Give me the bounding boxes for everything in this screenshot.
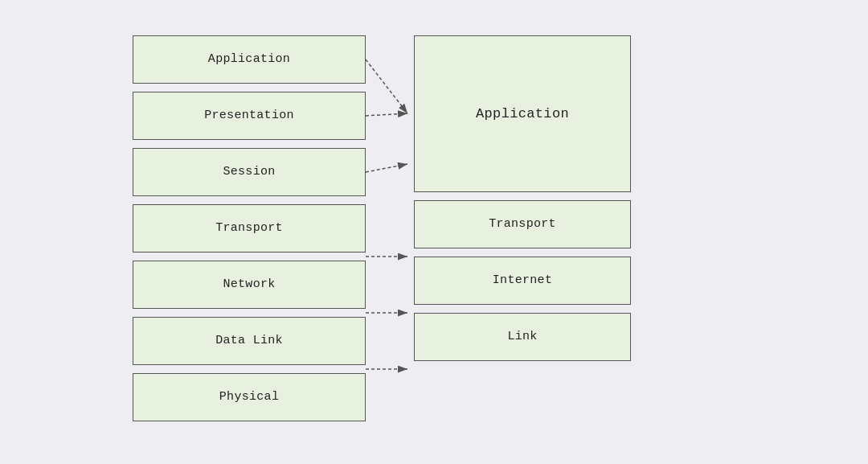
tcpip-model-column: Application Transport Internet Link bbox=[414, 35, 631, 361]
osi-session-label: Session bbox=[223, 165, 275, 179]
osi-presentation-box: Presentation bbox=[133, 92, 366, 140]
tcpip-transport-label: Transport bbox=[489, 217, 556, 231]
osi-tcpip-diagram: Application Presentation Session Transpo… bbox=[133, 35, 735, 429]
osi-physical-label: Physical bbox=[219, 390, 279, 404]
osi-physical-box: Physical bbox=[133, 373, 366, 421]
tcpip-link-label: Link bbox=[507, 330, 537, 343]
tcpip-internet-label: Internet bbox=[493, 273, 552, 287]
osi-application-box: Application bbox=[133, 35, 366, 84]
tcpip-transport-box: Transport bbox=[414, 200, 631, 248]
osi-datalink-label: Data Link bbox=[215, 334, 283, 347]
arrow-application bbox=[366, 60, 407, 113]
osi-session-box: Session bbox=[133, 148, 366, 196]
arrow-presentation bbox=[366, 113, 407, 116]
tcpip-link-box: Link bbox=[414, 313, 631, 361]
arrow-session bbox=[366, 164, 407, 172]
osi-transport-label: Transport bbox=[215, 221, 283, 235]
tcpip-internet-box: Internet bbox=[414, 257, 631, 305]
osi-transport-box: Transport bbox=[133, 204, 366, 253]
osi-network-box: Network bbox=[133, 261, 366, 309]
osi-presentation-label: Presentation bbox=[204, 109, 294, 122]
osi-network-label: Network bbox=[223, 277, 275, 291]
tcpip-application-box: Application bbox=[414, 35, 631, 192]
osi-datalink-box: Data Link bbox=[133, 317, 366, 365]
osi-model-column: Application Presentation Session Transpo… bbox=[133, 35, 366, 421]
tcpip-application-label: Application bbox=[476, 106, 569, 121]
osi-application-label: Application bbox=[208, 52, 290, 66]
